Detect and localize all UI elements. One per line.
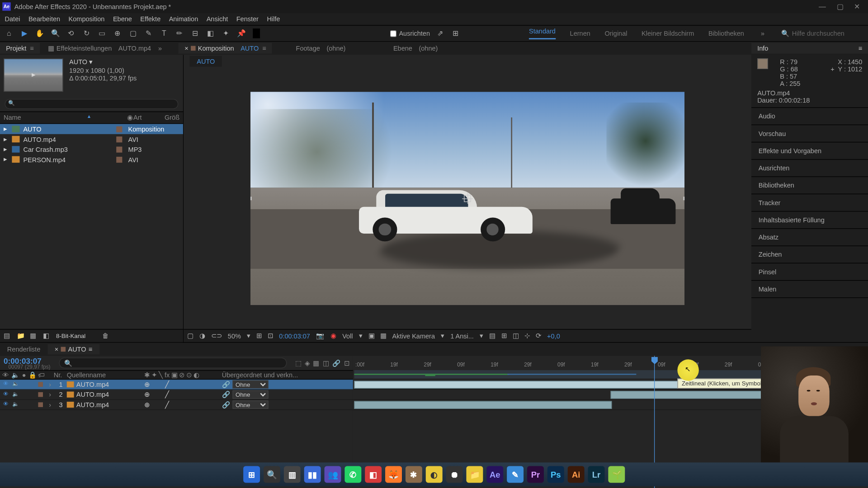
taskbar-photoshop[interactable]: Ps xyxy=(547,466,564,483)
adjust-icon[interactable]: ◧ xyxy=(43,332,51,340)
menu-datei[interactable]: Datei xyxy=(5,15,20,23)
puppet-tool[interactable]: 📌 xyxy=(236,28,247,39)
timeline-layer[interactable]: 👁🔈 › 2 AUTO.mp4 ⊕╱ 🔗Ohne xyxy=(0,390,353,400)
snap-checkbox[interactable]: Ausrichten xyxy=(390,30,430,37)
taskbar-taskview[interactable]: ▥ xyxy=(284,466,301,483)
composition-tab[interactable]: × Komposition AUTO≡ xyxy=(179,43,272,54)
project-item[interactable]: ▸AUTO.mp4AVI xyxy=(0,134,183,144)
handle-left[interactable] xyxy=(250,197,252,200)
timeline-search[interactable] xyxy=(59,357,287,368)
timeline-layer[interactable]: 👁🔈 › 1 AUTO.mp4 ⊕╱ 🔗Ohne xyxy=(0,380,353,389)
taskbar-whatsapp[interactable]: ✆ xyxy=(344,466,361,483)
project-item[interactable]: ▸AUTOKomposition xyxy=(0,124,183,134)
minimize-button[interactable]: — xyxy=(819,2,826,10)
menu-effekte[interactable]: Effekte xyxy=(140,15,160,23)
clip-layer-3[interactable] xyxy=(354,401,612,409)
panel-tracker[interactable]: Tracker xyxy=(751,194,868,211)
pan-behind-tool[interactable]: ⊕ xyxy=(112,28,123,39)
maximize-button[interactable]: ▢ xyxy=(837,2,844,10)
project-thumbnail[interactable] xyxy=(4,58,63,92)
region-icon[interactable]: ▣ xyxy=(368,332,374,340)
rotate-tool[interactable]: ↻ xyxy=(81,28,92,39)
bit-depth-label[interactable]: 8-Bit-Kanal xyxy=(56,333,85,339)
resolution-dropdown[interactable]: Voll xyxy=(342,332,353,339)
col-size[interactable]: Größ xyxy=(165,114,179,122)
workspace-lernen[interactable]: Lernen xyxy=(570,30,590,37)
panel-absatz[interactable]: Absatz xyxy=(751,229,868,246)
panel-inhaltsbasierte-füllung[interactable]: Inhaltsbasierte Füllung xyxy=(751,211,868,229)
orbit-tool[interactable]: ⟲ xyxy=(66,28,76,39)
workspace-original[interactable]: Original xyxy=(604,30,627,37)
roto-tool[interactable]: ✦ xyxy=(221,28,231,39)
alpha-icon[interactable]: ◑ xyxy=(199,332,205,340)
menu-ansicht[interactable]: Ansicht xyxy=(207,15,228,23)
panel-ausrichten[interactable]: Ausrichten xyxy=(751,160,868,177)
grid-icon[interactable]: ⊞ xyxy=(450,28,461,39)
anchor-point-icon[interactable] xyxy=(464,195,471,202)
brush-tool[interactable]: ✏ xyxy=(174,28,185,39)
footage-tab[interactable]: Footage (ohne) xyxy=(290,43,351,54)
tl-icon-1[interactable]: ⬚ xyxy=(295,359,301,367)
timeline-comp-tab[interactable]: ×AUTO≡ xyxy=(47,344,99,355)
viewer-timecode[interactable]: 0:00:03:07 xyxy=(279,332,310,339)
taskbar-illustrator[interactable]: Ai xyxy=(568,466,585,483)
camera-tool[interactable]: ▭ xyxy=(97,28,108,39)
panel-bibliotheken[interactable]: Bibliotheken xyxy=(751,177,868,194)
shape-tool[interactable]: ▢ xyxy=(127,28,138,39)
panel-effekte-und-vorgaben[interactable]: Effekte und Vorgaben xyxy=(751,142,868,160)
taskbar-premiere[interactable]: Pr xyxy=(527,466,544,483)
menu-bearbeiten[interactable]: Bearbeiten xyxy=(28,15,60,23)
tl-icon-6[interactable]: ⊡ xyxy=(344,359,349,367)
taskbar-explorer[interactable]: 📁 xyxy=(466,466,483,483)
selection-tool[interactable]: ▶ xyxy=(19,28,30,39)
taskbar-after-effects[interactable]: Ae xyxy=(486,466,503,483)
taskbar-firefox[interactable]: 🦊 xyxy=(385,466,402,483)
channel-icon[interactable]: ⊂⊃ xyxy=(211,332,222,340)
taskbar-app-fig[interactable]: ✱ xyxy=(406,466,422,483)
eraser-tool[interactable]: ◧ xyxy=(205,28,216,39)
overflow-icon[interactable]: » xyxy=(761,30,764,37)
help-search[interactable]: 🔍 Hilfe durchsuchen xyxy=(781,29,865,37)
transparency-icon[interactable]: ▦ xyxy=(380,332,386,340)
info-tab[interactable]: Info ≡ xyxy=(751,43,868,54)
menu-komposition[interactable]: Komposition xyxy=(69,15,105,23)
video-preview[interactable] xyxy=(250,92,684,305)
taskbar-obs[interactable]: ⏺ xyxy=(446,466,463,483)
home-icon[interactable]: ⌂ xyxy=(4,28,14,39)
snap-options-icon[interactable]: ⇗ xyxy=(435,28,446,39)
workspace-standard[interactable]: Standard xyxy=(529,28,556,39)
render-queue-tab[interactable]: Renderliste xyxy=(0,344,47,355)
panel-vorschau[interactable]: Vorschau xyxy=(751,125,868,142)
snapshot-icon[interactable]: 📷 xyxy=(316,332,324,340)
project-item[interactable]: ▸Car Crash.mp3MP3 xyxy=(0,144,183,154)
handle-right[interactable] xyxy=(684,197,685,200)
menu-animation[interactable]: Animation xyxy=(169,15,198,23)
taskbar-app-red[interactable]: ◧ xyxy=(365,466,382,483)
pen-tool[interactable]: ✎ xyxy=(143,28,154,39)
clone-tool[interactable]: ⊟ xyxy=(189,28,200,39)
grid-toggle-icon[interactable]: ⊞ xyxy=(256,332,262,340)
interpret-icon[interactable]: ▤ xyxy=(4,332,12,340)
menu-fenster[interactable]: Fenster xyxy=(236,15,259,23)
folder-icon[interactable]: 📁 xyxy=(17,332,25,340)
zoom-tool[interactable]: 🔍 xyxy=(50,28,61,39)
panel-zeichen[interactable]: Zeichen xyxy=(751,246,868,263)
panel-audio[interactable]: Audio xyxy=(751,108,868,125)
tl-icon-4[interactable]: ◫ xyxy=(323,359,329,367)
tl-icon-3[interactable]: ▦ xyxy=(313,359,319,367)
trash-icon[interactable]: 🗑 xyxy=(102,332,110,340)
taskbar-lightroom[interactable]: Lr xyxy=(588,466,605,483)
panel-pinsel[interactable]: Pinsel xyxy=(751,263,868,281)
taskbar-teams[interactable]: 👥 xyxy=(325,466,341,483)
workspace-kleiner bildschirm[interactable]: Kleiner Bildschirm xyxy=(642,30,694,37)
new-comp-icon[interactable]: ▦ xyxy=(30,332,38,340)
col-name[interactable]: Name xyxy=(4,114,87,122)
timeline-layer[interactable]: 👁🔈 › 3 AUTO.mp4 ⊕╱ 🔗Ohne xyxy=(0,400,353,410)
taskbar-start[interactable]: ⊞ xyxy=(243,466,260,483)
taskbar-app-blue[interactable]: ✎ xyxy=(507,466,524,483)
views-dropdown[interactable]: 1 Ansi... xyxy=(450,332,474,339)
taskbar-app1[interactable]: ▮▮ xyxy=(304,466,321,483)
vf-icon5[interactable]: ⟳ xyxy=(536,332,541,340)
panel-malen[interactable]: Malen xyxy=(751,281,868,298)
menu-ebene[interactable]: Ebene xyxy=(113,15,132,23)
